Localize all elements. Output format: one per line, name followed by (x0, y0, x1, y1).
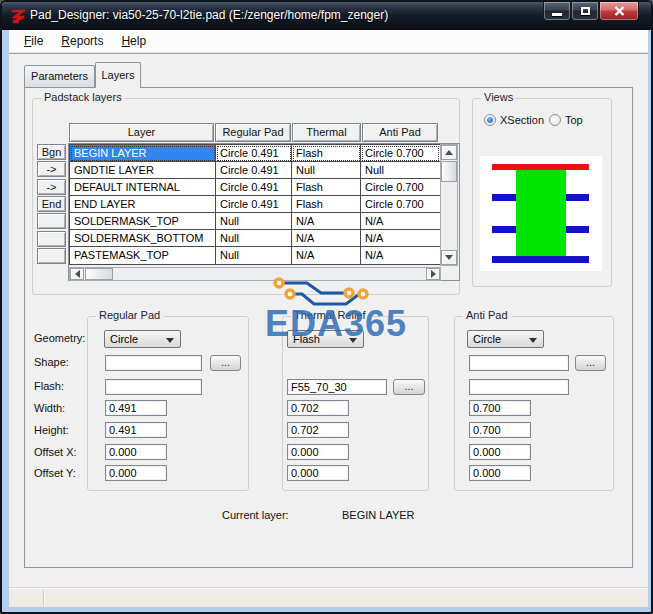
row-marker-button[interactable]: -> (37, 179, 66, 195)
vertical-scrollbar[interactable] (440, 144, 458, 266)
table-row[interactable]: BEGIN LAYERCircle 0.491FlashCircle 0.700 (70, 145, 440, 162)
column-header-regular-pad[interactable]: Regular Pad (215, 123, 291, 142)
table-row[interactable]: PASTEMASK_TOPNullN/AN/A (70, 247, 440, 264)
xsection-bottom-layer-bar (492, 256, 589, 263)
cell-layer[interactable]: SOLDERMASK_TOP (70, 213, 216, 230)
thermal-relief-width-input[interactable] (287, 400, 349, 416)
menu-item-reports[interactable]: Reports (52, 32, 112, 50)
field-label-offset-x: Offset X: (34, 446, 77, 458)
anti-pad-offset-x-input[interactable] (469, 444, 531, 460)
scroll-left-button[interactable] (70, 268, 84, 280)
thermal-relief-flash-input[interactable] (287, 379, 387, 395)
arrow-down-icon (445, 255, 453, 260)
menu-item-file[interactable]: File (15, 32, 52, 50)
cell-regular[interactable]: Null (216, 213, 292, 230)
table-row[interactable]: DEFAULT INTERNALCircle 0.491FlashCircle … (70, 179, 440, 196)
menu-item-help[interactable]: Help (112, 32, 155, 50)
scroll-down-button[interactable] (441, 250, 457, 265)
row-marker-button[interactable]: End (37, 196, 66, 212)
cell-thermal[interactable]: N/A (292, 213, 361, 230)
cell-anti[interactable]: N/A (361, 247, 440, 264)
anti-pad-shape-input[interactable] (469, 355, 569, 371)
regular-pad-geometry-dropdown[interactable]: Circle (104, 330, 181, 348)
regular-pad-shape-input[interactable] (105, 355, 202, 371)
anti-pad-height-input[interactable] (469, 422, 531, 438)
row-marker-button[interactable] (37, 248, 66, 264)
cell-regular[interactable]: Null (216, 230, 292, 247)
cell-thermal[interactable]: N/A (292, 247, 361, 264)
regular-pad-width-input[interactable] (105, 400, 167, 416)
anti-pad-geometry-dropdown[interactable]: Circle (467, 330, 544, 348)
cell-regular[interactable]: Circle 0.491 (216, 196, 292, 213)
thermal-relief-flash-browse-button[interactable]: ... (393, 379, 425, 395)
cell-anti[interactable]: N/A (361, 213, 440, 230)
cell-thermal[interactable]: N/A (292, 230, 361, 247)
table-row[interactable]: END LAYERCircle 0.491FlashCircle 0.700 (70, 196, 440, 213)
cell-layer[interactable]: END LAYER (70, 196, 216, 213)
cell-anti[interactable]: Circle 0.700 (361, 196, 440, 213)
cell-regular[interactable]: Circle 0.491 (216, 179, 292, 196)
tab-parameters[interactable]: Parameters (24, 65, 95, 87)
cell-thermal[interactable]: Flash (292, 145, 361, 162)
cell-regular[interactable]: Null (216, 247, 292, 264)
row-marker-button[interactable] (37, 213, 66, 229)
horizontal-scrollbar[interactable] (69, 267, 441, 281)
regular-pad-shape-browse-button[interactable]: ... (210, 355, 241, 371)
cell-layer[interactable]: PASTEMASK_TOP (70, 247, 216, 264)
cell-anti[interactable]: Null (361, 162, 440, 179)
column-header-thermal-relief[interactable]: Thermal Relief (292, 123, 361, 142)
regular-pad-offset-y-input[interactable] (105, 465, 167, 481)
regular-pad-height-input[interactable] (105, 422, 167, 438)
row-marker-button[interactable]: Bgn (37, 144, 66, 160)
current-layer-value: BEGIN LAYER (342, 509, 415, 521)
thermal-relief-geometry-dropdown[interactable]: Flash (287, 330, 364, 348)
cell-layer[interactable]: BEGIN LAYER (70, 145, 216, 162)
column-header-layer[interactable]: Layer (69, 123, 214, 142)
column-header-anti-pad[interactable]: Anti Pad (362, 123, 438, 142)
close-button[interactable] (599, 2, 639, 21)
title-bar[interactable]: Pad_Designer: via50-25-70-l2tie.pad (E:/… (2, 2, 651, 30)
cell-layer[interactable]: DEFAULT INTERNAL (70, 179, 216, 196)
cell-thermal[interactable]: Flash (292, 179, 361, 196)
maximize-icon (581, 7, 590, 15)
radio-icon[interactable] (549, 114, 561, 126)
scroll-up-button[interactable] (441, 145, 457, 160)
scroll-right-button[interactable] (426, 268, 440, 280)
radio-option-xsection[interactable]: XSection (484, 114, 544, 126)
table-row[interactable]: SOLDERMASK_BOTTOMNullN/AN/A (70, 230, 440, 247)
cell-layer[interactable]: GNDTIE LAYER (70, 162, 216, 179)
thermal-relief-height-input[interactable] (287, 422, 349, 438)
cell-regular[interactable]: Circle 0.491 (216, 162, 292, 179)
anti-pad-offset-y-input[interactable] (469, 465, 531, 481)
cell-regular[interactable]: Circle 0.491 (216, 145, 292, 162)
xsection-preview (480, 156, 602, 271)
horizontal-scroll-thumb[interactable] (85, 268, 113, 280)
thermal-relief-offset-x-input[interactable] (287, 444, 349, 460)
thermal-relief-offset-y-input[interactable] (287, 465, 349, 481)
anti-pad-flash-input[interactable] (469, 379, 569, 395)
anti-pad-width-input[interactable] (469, 400, 531, 416)
table-row[interactable]: SOLDERMASK_TOPNullN/AN/A (70, 213, 440, 230)
cell-anti[interactable]: N/A (361, 230, 440, 247)
maximize-button[interactable] (571, 2, 599, 21)
app-icon (10, 8, 26, 24)
row-marker-button[interactable]: -> (37, 161, 66, 177)
minimize-button[interactable] (543, 2, 571, 21)
regular-pad-flash-input[interactable] (105, 379, 202, 395)
arrow-up-icon (445, 150, 453, 155)
vertical-scroll-thumb[interactable] (441, 161, 457, 182)
regular-pad-offset-x-input[interactable] (105, 444, 167, 460)
cell-thermal[interactable]: Null (292, 162, 361, 179)
tab-layers[interactable]: Layers (95, 62, 141, 88)
radio-icon[interactable] (484, 114, 496, 126)
cell-thermal[interactable]: Flash (292, 196, 361, 213)
cell-anti[interactable]: Circle 0.700 (361, 145, 440, 162)
radio-label: XSection (500, 114, 544, 126)
radio-label: Top (565, 114, 583, 126)
table-row[interactable]: GNDTIE LAYERCircle 0.491NullNull (70, 162, 440, 179)
anti-pad-shape-browse-button[interactable]: ... (575, 355, 606, 371)
cell-layer[interactable]: SOLDERMASK_BOTTOM (70, 230, 216, 247)
row-marker-button[interactable] (37, 231, 66, 247)
cell-anti[interactable]: Circle 0.700 (361, 179, 440, 196)
radio-option-top[interactable]: Top (549, 114, 583, 126)
